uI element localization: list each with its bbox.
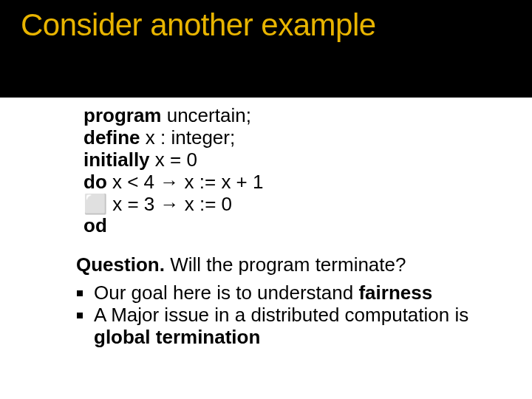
slide-title: Consider another example bbox=[21, 7, 511, 43]
bullet-text: Our goal here is to understand bbox=[94, 282, 358, 304]
keyword-program: program bbox=[83, 104, 161, 126]
code-text: uncertain; bbox=[161, 104, 250, 126]
list-item: Our goal here is to understand fairness bbox=[94, 282, 511, 304]
bullet-bold: global termination bbox=[94, 326, 260, 348]
code-text: x = 3 → x := 0 bbox=[107, 193, 232, 215]
bullet-bold: fairness bbox=[358, 282, 432, 304]
title-bar: Consider another example bbox=[0, 0, 532, 98]
code-line-1: program uncertain; bbox=[83, 105, 511, 127]
slide-content: program uncertain; define x : integer; i… bbox=[0, 98, 532, 349]
question-line: Question. Will the program terminate? bbox=[76, 253, 511, 276]
question-text: Will the program terminate? bbox=[165, 253, 406, 276]
code-line-5: ⬜ x = 3 → x := 0 bbox=[83, 194, 511, 216]
code-line-6: od bbox=[83, 215, 511, 237]
question-label: Question. bbox=[76, 253, 165, 276]
code-line-3: initially x = 0 bbox=[83, 149, 511, 171]
bullet-list: Our goal here is to understand fairness … bbox=[76, 282, 511, 349]
code-line-4: do x < 4 → x := x + 1 bbox=[83, 171, 511, 194]
code-text: x = 0 bbox=[150, 149, 197, 171]
code-text: x < 4 → x := x + 1 bbox=[107, 171, 264, 193]
keyword-od: od bbox=[83, 214, 107, 236]
keyword-initially: initially bbox=[83, 149, 150, 171]
guard-symbol: ⬜ bbox=[83, 193, 107, 215]
code-block: program uncertain; define x : integer; i… bbox=[83, 105, 511, 237]
bullet-text: A Major issue in a distributed computati… bbox=[94, 304, 468, 326]
keyword-define: define bbox=[83, 126, 140, 149]
code-line-2: define x : integer; bbox=[83, 127, 511, 149]
list-item: A Major issue in a distributed computati… bbox=[94, 304, 511, 349]
keyword-do: do bbox=[83, 171, 107, 193]
code-text: x : integer; bbox=[140, 126, 236, 149]
slide: Consider another example program uncerta… bbox=[0, 0, 532, 399]
